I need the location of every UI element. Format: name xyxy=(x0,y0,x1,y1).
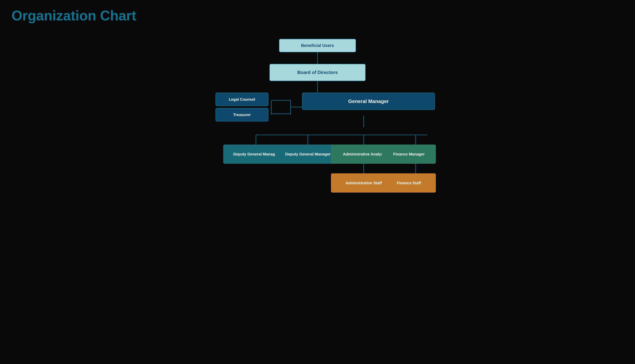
board-of-directors-node: Board of Directors xyxy=(269,64,366,81)
general-manager-node: General Manager xyxy=(302,93,435,110)
deputy-gm-2-node: Deputy General Manager xyxy=(275,144,341,164)
beneficial-users-node: Beneficial Users xyxy=(279,39,356,52)
org-chart: Beneficial Users Board of Directors Lega… xyxy=(196,35,439,204)
treasurer-node: Treasurer xyxy=(216,108,268,122)
legal-counsel-node: Legal Counsel xyxy=(216,93,268,106)
finance-staff-node: Finance Staff xyxy=(382,173,436,192)
page-title: Organization Chart xyxy=(12,8,623,24)
finance-manager-node: Finance Manager xyxy=(382,144,436,164)
